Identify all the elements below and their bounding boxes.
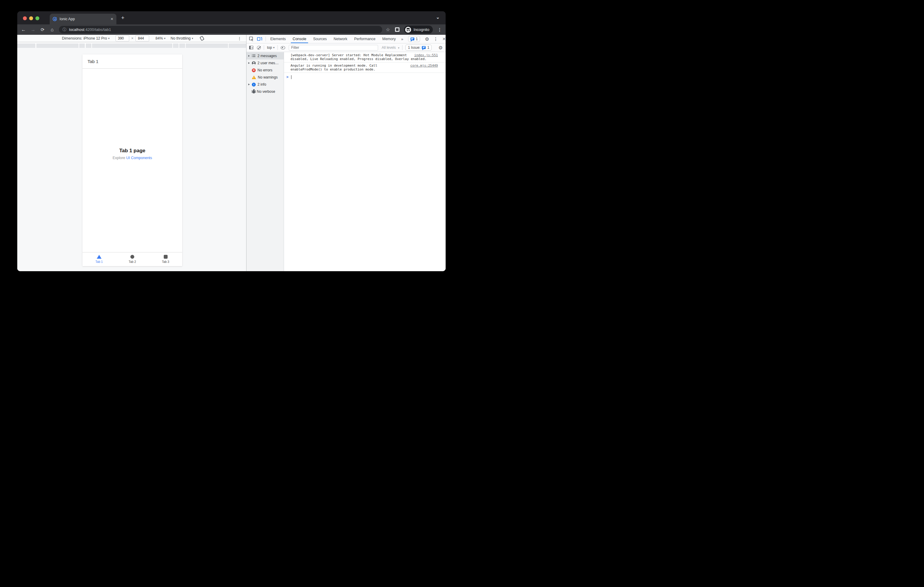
side-panel-icon[interactable] (395, 27, 399, 32)
incognito-badge: Incognito (404, 26, 433, 34)
console-sidebar-toggle-icon[interactable] (249, 46, 253, 49)
incognito-label: Incognito (414, 27, 429, 32)
explore-text: Explore (112, 156, 126, 160)
devtools-menu-kebab-icon[interactable]: ⋮ (434, 36, 438, 41)
chevron-down-icon: ▾ (273, 46, 275, 49)
console-messages-badge[interactable]: 1 (408, 36, 420, 42)
rotate-device-icon[interactable] (200, 36, 205, 41)
device-toolbar-kebab-icon[interactable]: ⋮ (238, 36, 241, 41)
device-width-input[interactable] (116, 35, 129, 41)
source-link[interactable]: index.js:551 (414, 53, 438, 57)
app-tab-2[interactable]: Tab 2 (116, 252, 149, 266)
warning-icon: ! (252, 76, 256, 79)
browser-tab[interactable]: Ionic App ✕ (50, 14, 116, 25)
square-icon (164, 255, 168, 259)
back-button[interactable]: ← (20, 27, 27, 33)
devtools-tab-bar: Elements Console Sources Network Perform… (246, 35, 446, 43)
forward-button[interactable]: → (30, 27, 36, 33)
log-levels-select[interactable]: All levels ▾ (382, 46, 399, 50)
ionic-favicon-icon (53, 17, 57, 21)
sidebar-item-warnings[interactable]: ! No warnings (246, 74, 284, 81)
more-tabs-icon[interactable]: » (401, 37, 403, 41)
device-emulation-pane: Dimensions: iPhone 12 Pro ▾ × 84% ▾ No t… (17, 35, 246, 271)
expand-arrow-icon[interactable] (248, 84, 251, 86)
browser-window: Ionic App ✕ + ⌄ ← → ⟳ ⌂ ⓘ localhost :420… (17, 11, 446, 271)
sidebar-item-user-messages[interactable]: 2 user mes… (246, 59, 284, 67)
site-info-icon[interactable]: ⓘ (63, 27, 66, 33)
window-zoom-button[interactable] (35, 16, 39, 20)
device-height-input[interactable] (135, 35, 149, 41)
expand-arrow-icon[interactable] (248, 62, 251, 64)
message-text: [webpack-dev-server] Server started: Hot… (290, 53, 427, 61)
clear-console-icon[interactable] (257, 46, 261, 50)
incognito-icon (405, 27, 411, 33)
zoom-level-select[interactable]: 84% (155, 36, 163, 40)
console-message: core.mjs:25449Angular is running in deve… (284, 62, 446, 73)
tab-network[interactable]: Network (334, 35, 347, 43)
tab-close-icon[interactable]: ✕ (111, 17, 114, 21)
window-content: Dimensions: iPhone 12 Pro ▾ × 84% ▾ No t… (17, 35, 446, 271)
source-link[interactable]: core.mjs:25449 (410, 64, 438, 67)
list-icon (252, 54, 256, 58)
devtools-tabs: Elements Console Sources Network Perform… (270, 35, 396, 43)
window-close-button[interactable] (23, 16, 27, 20)
sidebar-item-verbose[interactable]: No verbose (246, 88, 284, 95)
triangle-icon (97, 255, 102, 259)
message-text: Angular is running in development mode. … (290, 64, 377, 71)
console-settings-gear-icon[interactable]: ⚙ (439, 45, 443, 51)
console-sidebar: 2 messages 2 user mes… ✕ No errors (246, 52, 284, 271)
execution-context-select[interactable]: top (267, 46, 272, 50)
app-tab-1[interactable]: Tab 1 (82, 252, 116, 266)
address-bar[interactable]: ⓘ localhost :4200/tabs/tab1 (59, 26, 382, 33)
url-path: :4200/tabs/tab1 (84, 27, 111, 32)
home-button[interactable]: ⌂ (48, 27, 56, 33)
device-dimensions-select[interactable]: Dimensions: iPhone 12 Pro (62, 36, 107, 40)
sidebar-item-errors[interactable]: ✕ No errors (246, 67, 284, 74)
live-expression-eye-icon[interactable] (281, 46, 285, 49)
tab-performance[interactable]: Performance (354, 35, 376, 43)
app-tab-3[interactable]: Tab 3 (149, 252, 182, 266)
chevron-down-icon: ▾ (192, 37, 193, 40)
console-messages: index.js:551[webpack-dev-server] Server … (284, 52, 446, 271)
message-bubble-icon (411, 38, 414, 40)
user-icon (252, 61, 256, 65)
error-icon: ✕ (252, 68, 256, 72)
sidebar-item-info[interactable]: i 2 info (246, 81, 284, 88)
devtools-panel: Elements Console Sources Network Perform… (246, 35, 446, 271)
devtools-settings-gear-icon[interactable]: ⚙ (425, 36, 429, 42)
verbose-bug-icon (252, 90, 255, 94)
chevron-down-icon: ▾ (398, 46, 399, 49)
device-toolbar: Dimensions: iPhone 12 Pro ▾ × 84% ▾ No t… (17, 35, 246, 42)
window-minimize-button[interactable] (29, 16, 33, 20)
tab-strip: Ionic App ✕ + ⌄ (17, 11, 446, 25)
tab-memory[interactable]: Memory (382, 35, 396, 43)
app-header: Tab 1 (82, 54, 182, 69)
reload-button[interactable]: ⟳ (39, 27, 46, 33)
throttling-select[interactable]: No throttling (171, 36, 190, 40)
browser-toolbar: ← → ⟳ ⌂ ⓘ localhost :4200/tabs/tab1 ☆ In… (17, 25, 446, 35)
media-query-ruler (17, 42, 246, 48)
console-body: 2 messages 2 user mes… ✕ No errors (246, 52, 446, 271)
new-tab-button[interactable]: + (121, 15, 124, 21)
tab-search-chevron-icon[interactable]: ⌄ (436, 15, 440, 20)
prompt-chevron-icon: > (286, 75, 289, 79)
tab-sources[interactable]: Sources (313, 35, 327, 43)
devtools-close-icon[interactable]: ✕ (442, 36, 446, 41)
browser-menu-kebab-icon[interactable]: ⋮ (437, 27, 442, 32)
inspect-element-icon[interactable] (249, 36, 254, 42)
ui-components-link[interactable]: UI Components (126, 156, 152, 160)
emulated-viewport: Tab 1 Tab 1 page Explore UI Components (82, 54, 182, 266)
console-filter-input[interactable] (289, 45, 378, 51)
device-toolbar-toggle-icon[interactable] (257, 36, 262, 42)
info-icon: i (252, 83, 256, 87)
tab-elements[interactable]: Elements (270, 35, 286, 43)
issues-counter-button[interactable]: 1 Issue: 1 (406, 44, 432, 51)
tab-console[interactable]: Console (293, 35, 306, 43)
console-toolbar: top ▾ All levels ▾ 1 Issue: 1 ⚙ (246, 43, 446, 52)
expand-arrow-icon[interactable] (248, 55, 251, 57)
console-prompt[interactable]: > (284, 73, 446, 79)
app-content: Tab 1 page Explore UI Components (82, 69, 182, 252)
bookmark-star-icon[interactable]: ☆ (386, 27, 390, 33)
url-host: localhost (69, 27, 84, 32)
sidebar-item-all-messages[interactable]: 2 messages (246, 53, 284, 59)
